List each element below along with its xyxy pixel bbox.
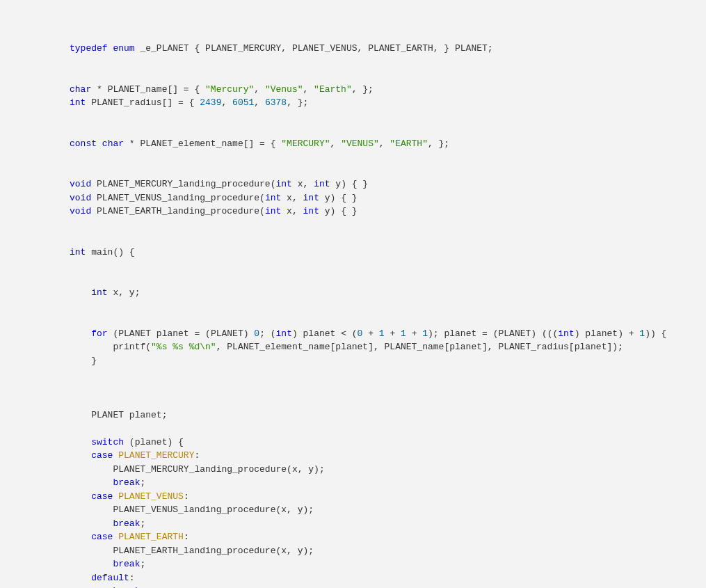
number-literal: 0 [358, 328, 363, 339]
keyword-case: case [91, 491, 113, 502]
identifier: y [298, 504, 303, 515]
identifier: planet [449, 342, 482, 352]
line: printf("%s %s %d\n", PLANET_element_name… [70, 342, 623, 352]
line: const char * PLANET_element_name[] = { "… [70, 138, 449, 149]
line: case PLANET_VENUS: [70, 491, 189, 502]
function-name: PLANET_VENUS_landing_procedure [97, 193, 259, 203]
identifier: y [308, 464, 314, 475]
keyword-int: int [276, 328, 292, 339]
keyword-void: void [70, 193, 91, 203]
enum-constant: PLANET_MERCURY [118, 450, 194, 461]
identifier: y [325, 206, 330, 216]
line: break; [70, 477, 145, 488]
line: int x, y; [70, 287, 140, 298]
number-literal: 1 [401, 328, 406, 339]
line: switch (planet) { [70, 437, 184, 447]
string-literal: "Earth" [314, 84, 352, 95]
number-literal: 0 [254, 328, 259, 339]
string-literal: "Venus" [265, 84, 303, 95]
function-name: main [91, 247, 113, 257]
keyword-default: default [91, 573, 129, 583]
enum-constant: PLANET_VENUS [118, 491, 184, 502]
number-literal: 1 [639, 328, 645, 339]
identifier: PLANET_EARTH [368, 43, 433, 54]
identifier: PLANET [455, 43, 488, 54]
keyword-void: void [70, 179, 91, 189]
keyword-const: const [70, 138, 97, 149]
identifier: planet [585, 328, 618, 339]
keyword-for: for [91, 328, 107, 339]
keyword-switch: switch [91, 437, 124, 447]
identifier: x [298, 179, 303, 189]
keyword-int: int [314, 179, 330, 189]
identifier: PLANET [211, 328, 243, 339]
keyword-int: int [303, 206, 319, 216]
keyword-int: int [303, 193, 319, 203]
function-call: printf [113, 342, 145, 352]
keyword-break: break [113, 518, 140, 529]
identifier: planet [157, 328, 189, 339]
keyword-char: char [102, 138, 124, 149]
line: default: [70, 573, 135, 583]
identifier: PLANET_name [385, 342, 444, 352]
line: void PLANET_EARTH_landing_procedure(int … [70, 206, 358, 216]
line: void PLANET_MERCURY_landing_procedure(in… [70, 179, 368, 189]
identifier: PLANET_MERCURY [205, 43, 281, 54]
keyword-int: int [70, 97, 86, 108]
identifier: planet [303, 328, 336, 339]
identifier: PLANET_VENUS [292, 43, 358, 54]
identifier: planet [444, 328, 476, 339]
line: PLANET_MERCURY_landing_procedure(x, y); [70, 464, 325, 475]
keyword-int: int [265, 206, 281, 216]
function-name: PLANET_MERCURY_landing_procedure [97, 179, 271, 189]
identifier: x [113, 287, 118, 298]
identifier: planet [135, 437, 168, 447]
number-literal: 2439 [200, 97, 221, 108]
number-literal: 1 [422, 328, 428, 339]
string-literal: "VENUS" [341, 138, 379, 149]
identifier: x [287, 193, 292, 203]
line: PLANET_VENUS_landing_procedure(x, y); [70, 504, 314, 515]
function-call: PLANET_EARTH_landing_procedure [113, 546, 275, 556]
identifier: _e_PLANET [140, 43, 188, 54]
line: case PLANET_MERCURY: [70, 450, 200, 461]
keyword-enum: enum [113, 43, 134, 54]
identifier: x [281, 504, 287, 515]
identifier: planet [335, 342, 368, 352]
string-literal: "EARTH" [390, 138, 428, 149]
identifier: x [281, 546, 287, 556]
line: PLANET_EARTH_landing_procedure(x, y); [70, 546, 314, 556]
identifier: x [287, 206, 292, 216]
identifier: y [325, 193, 330, 203]
identifier: PLANET_radius [91, 97, 161, 108]
number-literal: 1 [379, 328, 385, 339]
identifier: x [292, 464, 298, 475]
identifier: y [129, 287, 135, 298]
number-literal: 6051 [232, 97, 254, 108]
keyword-int: int [275, 179, 291, 189]
keyword-case: case [91, 532, 113, 542]
keyword-int: int [91, 287, 107, 298]
line: for (PLANET planet = (PLANET) 0; (int) p… [70, 328, 666, 339]
function-name: PLANET_EARTH_landing_procedure [97, 206, 259, 216]
line: void PLANET_VENUS_landing_procedure(int … [70, 193, 358, 203]
line: break; [70, 559, 145, 569]
identifier: PLANET [498, 328, 531, 339]
keyword-case: case [91, 450, 113, 461]
keyword-break: break [113, 559, 140, 569]
keyword-typedef: typedef [70, 43, 108, 54]
identifier: y [335, 179, 341, 189]
line: } [70, 356, 97, 366]
identifier: PLANET_radius [498, 342, 568, 352]
line: case PLANET_EARTH: [70, 532, 189, 542]
identifier: PLANET [118, 328, 151, 339]
function-call: PLANET_VENUS_landing_procedure [113, 504, 275, 515]
string-literal: "%s %s %d\n" [151, 342, 216, 352]
identifier: y [298, 546, 303, 556]
identifier: planet [575, 342, 607, 352]
identifier: PLANET_name [108, 84, 168, 95]
string-literal: "MERCURY" [281, 138, 330, 149]
enum-constant: PLANET_EARTH [118, 532, 184, 542]
keyword-char: char [70, 84, 91, 95]
code-block: typedef enum _e_PLANET { PLANET_MERCURY,… [0, 0, 706, 588]
